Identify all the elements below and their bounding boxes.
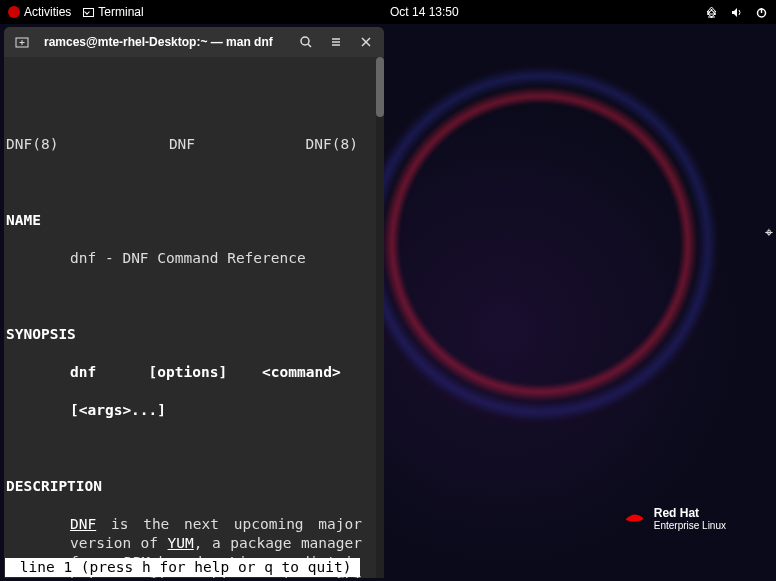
menu-button[interactable] <box>324 30 348 54</box>
clock-button[interactable]: Oct 14 13:50 <box>390 5 459 19</box>
redhat-branding: Red Hat Enterprise Linux <box>622 506 726 531</box>
syn-args: [<args>...] <box>70 402 166 418</box>
desc-dnf-link: DNF <box>70 516 96 532</box>
syn-dnf: dnf <box>70 364 96 380</box>
redhat-line2: Enterprise Linux <box>654 520 726 531</box>
name-desc: DNF Command Reference <box>122 250 305 266</box>
section-synopsis: SYNOPSIS <box>6 325 383 344</box>
terminal-viewport[interactable]: DNF(8)DNFDNF(8) NAME dnf - DNF Command R… <box>4 57 384 578</box>
app-menu-terminal[interactable]: Terminal <box>83 5 143 19</box>
scrollbar-thumb[interactable] <box>376 57 384 117</box>
network-icon <box>705 6 718 19</box>
terminal-window: ramces@mte-rhel-Desktop:~ — man dnf DNF(… <box>4 27 384 578</box>
redhat-text: Red Hat Enterprise Linux <box>654 506 726 531</box>
system-tray[interactable] <box>705 6 768 19</box>
power-icon <box>755 6 768 19</box>
clock-text: Oct 14 13:50 <box>390 5 459 19</box>
syn-command: <command> <box>262 364 341 380</box>
man-header-right: DNF(8) <box>306 135 358 154</box>
redhat-hat-icon <box>622 507 646 530</box>
gnome-topbar: Activities Terminal Oct 14 13:50 <box>0 0 776 24</box>
section-description: DESCRIPTION <box>6 477 383 496</box>
man-header-center: DNF <box>169 135 195 154</box>
window-titlebar[interactable]: ramces@mte-rhel-Desktop:~ — man dnf <box>4 27 384 57</box>
activities-label: Activities <box>24 5 71 19</box>
wallpaper-swirl <box>360 64 720 424</box>
close-button[interactable] <box>354 30 378 54</box>
svg-point-13 <box>301 37 309 45</box>
name-dnf: dnf <box>70 250 96 266</box>
man-header-left: DNF(8) <box>6 135 58 154</box>
search-button[interactable] <box>294 30 318 54</box>
topbar-left: Activities Terminal <box>8 5 144 19</box>
distro-icon <box>8 6 20 18</box>
volume-icon <box>730 6 743 19</box>
desc-yum-link: YUM <box>168 535 194 551</box>
name-sep: - <box>96 250 122 266</box>
man-page-content: DNF(8)DNFDNF(8) NAME dnf - DNF Command R… <box>5 116 383 578</box>
window-title: ramces@mte-rhel-Desktop:~ — man dnf <box>40 35 288 49</box>
terminal-icon <box>83 8 94 17</box>
pager-statusline: line 1 (press h for help or q to quit) <box>5 558 360 577</box>
svg-line-14 <box>308 44 311 47</box>
mouse-cursor: ⌖ <box>765 224 773 241</box>
activities-button[interactable]: Activities <box>8 5 71 19</box>
terminal-label: Terminal <box>98 5 143 19</box>
redhat-line1: Red Hat <box>654 506 699 520</box>
new-tab-button[interactable] <box>10 30 34 54</box>
syn-options: [options] <box>149 364 228 380</box>
svg-point-7 <box>710 16 712 18</box>
section-name: NAME <box>6 211 383 230</box>
scrollbar[interactable] <box>376 57 384 578</box>
